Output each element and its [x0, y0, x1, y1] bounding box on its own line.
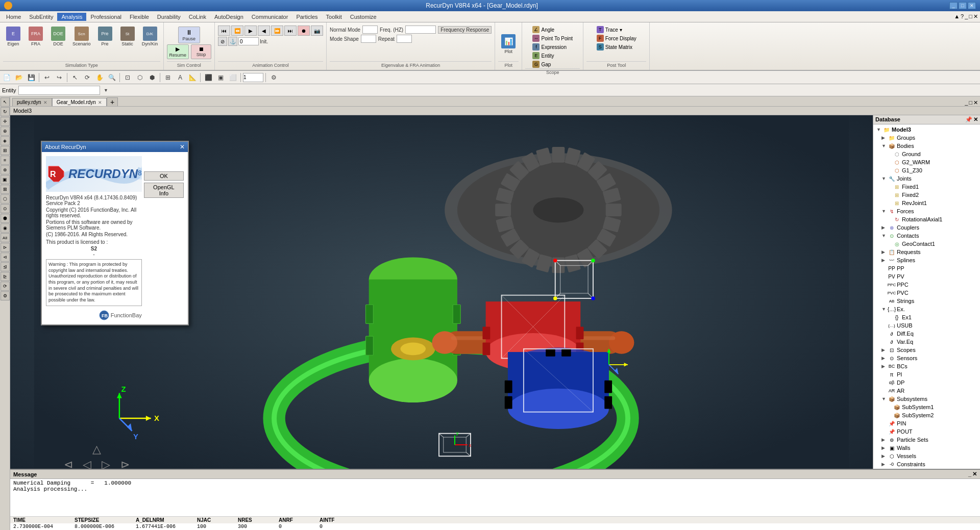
- app-close-btn[interactable]: ✕: [973, 13, 978, 20]
- freq-hz-input[interactable]: [405, 26, 436, 34]
- menu-customize[interactable]: Customize: [346, 13, 381, 21]
- tool-7[interactable]: ⊗: [1, 165, 10, 174]
- ribbon-collapse-btn[interactable]: ▲: [954, 13, 960, 20]
- tab-pulley-close[interactable]: ✕: [43, 100, 47, 105]
- ribbon-btn-trace[interactable]: T Trace ▾: [595, 26, 638, 34]
- ribbon-btn-static[interactable]: St Static: [117, 26, 138, 47]
- db-groups[interactable]: ▶📁Groups: [874, 134, 979, 142]
- menu-toolkit[interactable]: Toolkit: [322, 13, 346, 21]
- tb-view-side[interactable]: ⬜: [227, 72, 238, 83]
- db-pin-btn[interactable]: 📌: [965, 116, 972, 123]
- db-fixed1[interactable]: ⊞Fixed1: [874, 183, 979, 191]
- anim-prev-frame[interactable]: ⏪: [231, 26, 243, 36]
- tb-open[interactable]: 📂: [13, 72, 24, 83]
- help-btn[interactable]: ?: [961, 13, 964, 20]
- db-subsystems[interactable]: ▼📦Subsystems: [874, 395, 979, 403]
- ribbon-btn-expression[interactable]: f Expression: [531, 43, 574, 51]
- db-sensors[interactable]: ▶⊙Sensors: [874, 354, 979, 362]
- db-model3[interactable]: ▼📁Model3: [874, 125, 979, 134]
- tool-15[interactable]: ⊳: [1, 243, 10, 252]
- db-pp[interactable]: PPPP: [874, 264, 979, 272]
- ribbon-btn-pre[interactable]: Pre Pre: [95, 26, 115, 47]
- tb-cursor[interactable]: ↖: [69, 72, 81, 83]
- tool-4[interactable]: ◈: [1, 136, 10, 145]
- tb-solid[interactable]: ⬢: [146, 72, 158, 83]
- app-minimize-btn[interactable]: _: [965, 13, 968, 20]
- tb-view-front[interactable]: ▣: [215, 72, 226, 83]
- db-pin[interactable]: 📌PIN: [874, 419, 979, 427]
- db-requests[interactable]: ▶📋Requests: [874, 248, 979, 256]
- tool-11[interactable]: ⊙: [1, 204, 10, 213]
- entity-input[interactable]: [18, 86, 100, 95]
- app-restore-btn[interactable]: □: [969, 13, 972, 20]
- tool-17[interactable]: ⊴: [1, 262, 10, 271]
- maximize-btn[interactable]: □: [959, 2, 967, 9]
- db-ar[interactable]: ARAR: [874, 387, 979, 395]
- db-bcs[interactable]: ▶BCBCs: [874, 362, 979, 370]
- ribbon-btn-plot[interactable]: 📊 Plot: [498, 33, 519, 55]
- ribbon-btn-scenario[interactable]: Scn Scenario: [70, 26, 93, 47]
- tool-9[interactable]: ⊠: [1, 185, 10, 194]
- db-walls[interactable]: ▶▣Walls: [874, 444, 979, 452]
- ribbon-btn-statematrix[interactable]: S State Matrix: [595, 43, 638, 51]
- ribbon-btn-angle[interactable]: ∠ Angle: [531, 26, 574, 34]
- tb-pan[interactable]: ✋: [94, 72, 105, 83]
- tool-12[interactable]: ⬢: [1, 214, 10, 223]
- tool-5[interactable]: ⊞: [1, 146, 10, 155]
- about-opengl-btn[interactable]: OpenGL Info: [144, 183, 184, 198]
- about-ok-btn[interactable]: OK: [144, 171, 184, 181]
- db-constraints[interactable]: ▶-0Constraints: [874, 460, 979, 468]
- about-close-btn[interactable]: ✕: [180, 143, 185, 150]
- menu-analysis[interactable]: Analysis: [57, 13, 86, 21]
- tool-10[interactable]: ⬡: [1, 194, 10, 204]
- minimize-btn[interactable]: _: [949, 2, 958, 9]
- tb-new[interactable]: 📄: [1, 72, 12, 83]
- viewport-maximize[interactable]: □: [969, 99, 972, 106]
- tool-select[interactable]: ↖: [1, 97, 10, 107]
- anim-anchor-btn[interactable]: ⚓: [228, 37, 237, 46]
- db-scopes[interactable]: ▶⊡Scopes: [874, 346, 979, 354]
- tool-13[interactable]: ◉: [1, 223, 10, 233]
- db-geocontact1[interactable]: ◎GeoContact1: [874, 240, 979, 248]
- db-pout[interactable]: 📌POUT: [874, 427, 979, 436]
- anim-init-input[interactable]: [238, 37, 259, 45]
- menu-colink[interactable]: CoLink: [185, 13, 210, 21]
- anim-screenshot[interactable]: 📷: [311, 26, 323, 36]
- tab-gearmodel[interactable]: Gear_Model.rdyn ✕: [52, 98, 107, 106]
- db-pv[interactable]: PVPV: [874, 272, 979, 281]
- menu-communicator[interactable]: Communicator: [248, 13, 292, 21]
- db-strings[interactable]: ABStrings: [874, 297, 979, 305]
- menu-subentity[interactable]: SubEntity: [25, 13, 57, 21]
- message-content[interactable]: Numerical Damping = 1.000000 Analysis pr…: [10, 479, 980, 516]
- db-subsystem2[interactable]: 📦SubSystem2: [874, 411, 979, 419]
- viewport-minimize[interactable]: _: [965, 99, 968, 106]
- ribbon-btn-dynkin[interactable]: D/K Dyn/Kin: [140, 26, 160, 47]
- menu-autodesign[interactable]: AutoDesign: [210, 13, 248, 21]
- freq-response-btn[interactable]: Frequency Response: [438, 26, 492, 34]
- menu-flexible[interactable]: Flexible: [126, 13, 153, 21]
- db-vareq[interactable]: ∂Var.Eq: [874, 338, 979, 346]
- tool-20[interactable]: ⚙: [1, 291, 10, 300]
- tool-18[interactable]: ⊵: [1, 272, 10, 281]
- tool-all[interactable]: All: [1, 233, 10, 242]
- tb-view-top[interactable]: ⬛: [203, 72, 214, 83]
- db-g2warm[interactable]: ⬡G2_WARM: [874, 158, 979, 166]
- menu-particles[interactable]: Particles: [292, 13, 322, 21]
- message-close[interactable]: ✕: [972, 471, 977, 477]
- tool-16[interactable]: ⊲: [1, 253, 10, 262]
- menu-professional[interactable]: Professional: [86, 13, 126, 21]
- entity-dropdown[interactable]: ▼: [102, 86, 110, 94]
- menu-durability[interactable]: Durability: [153, 13, 185, 21]
- db-ground[interactable]: ⬡Ground: [874, 150, 979, 158]
- db-revjoint1[interactable]: ⊞RevJoint1: [874, 199, 979, 207]
- close-btn[interactable]: ✕: [968, 2, 976, 9]
- message-minimize[interactable]: _: [968, 471, 971, 477]
- anim-skip-end[interactable]: ⏭: [284, 26, 297, 36]
- db-splines[interactable]: ▶〰Splines: [874, 256, 979, 264]
- ribbon-btn-doe[interactable]: DOE DOE: [48, 26, 68, 47]
- db-particlesets[interactable]: ▶⊚Particle Sets: [874, 436, 979, 444]
- tool-rotate2d[interactable]: ↻: [1, 107, 10, 116]
- anim-filter-btn[interactable]: ⊘: [218, 37, 227, 46]
- ribbon-btn-eigen[interactable]: E Eigen: [3, 26, 23, 47]
- db-couplers[interactable]: ▶⊗Couplers: [874, 223, 979, 232]
